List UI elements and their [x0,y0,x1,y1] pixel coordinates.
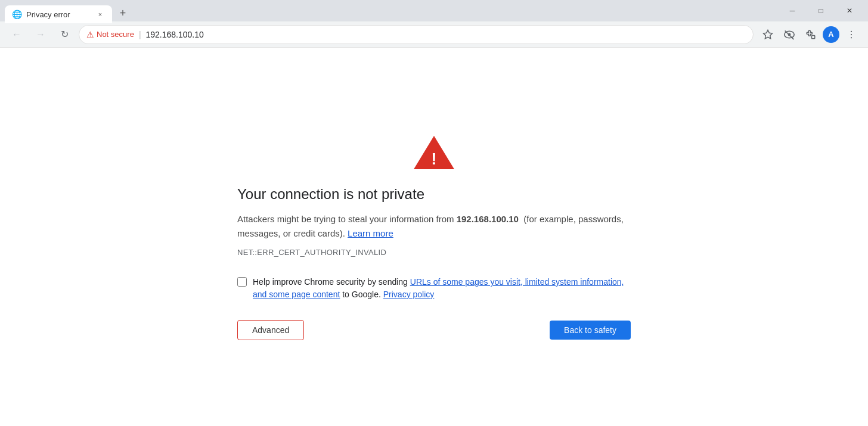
privacy-policy-link[interactable]: Privacy policy [383,290,435,299]
eye-shield-icon [783,29,795,40]
reload-button[interactable]: ↻ [55,25,74,44]
maximize-button[interactable]: □ [807,1,835,20]
title-bar: 🌐 Privacy error × + ─ □ ✕ [0,0,868,21]
warning-triangle-icon: ⚠ [86,30,94,39]
advanced-button[interactable]: Advanced [237,320,304,340]
minimize-button[interactable]: ─ [779,1,806,20]
toolbar-right: A [758,25,861,44]
tab-strip: 🌐 Privacy error × + [5,0,779,21]
description-prefix: Attackers might be trying to steal your … [237,214,457,224]
tab-label: Privacy error [26,10,91,19]
checkbox-prefix: Help improve Chrome security by sending [253,277,410,287]
active-tab[interactable]: 🌐 Privacy error × [5,5,112,23]
reload-icon: ↻ [61,29,69,40]
forward-icon: → [36,29,45,40]
svg-point-5 [851,30,852,32]
learn-more-link[interactable]: Learn more [348,228,393,238]
error-code: NET::ERR_CERT_AUTHORITY_INVALID [237,248,386,257]
page-content: ! Your connection is not private Attacke… [0,48,868,426]
star-icon [762,29,773,40]
back-button[interactable]: ← [7,25,26,44]
security-warning: ⚠ Not secure [86,30,134,39]
error-description: Attackers might be trying to steal your … [237,212,631,241]
extensions-button[interactable] [801,25,820,44]
menu-button[interactable] [842,25,861,44]
window-controls: ─ □ ✕ [779,1,863,20]
profile-initial: A [828,30,833,39]
svg-marker-0 [764,30,773,38]
close-button[interactable]: ✕ [836,1,863,20]
tab-favicon-icon: 🌐 [12,10,21,19]
domain-name: 192.168.100.10 [457,214,519,224]
back-to-safety-button[interactable]: Back to safety [550,321,631,340]
button-row: Advanced Back to safety [237,320,631,340]
checkbox-text: Help improve Chrome security by sending … [253,276,631,301]
tab-close-button[interactable]: × [95,10,105,19]
error-title: Your connection is not private [237,186,424,203]
puzzle-icon [805,29,816,40]
svg-rect-4 [812,35,815,38]
bookmark-button[interactable] [758,25,777,44]
error-container: ! Your connection is not private Attacke… [225,122,643,352]
security-warning-text: Not secure [97,30,134,39]
svg-point-6 [851,33,852,35]
svg-text:!: ! [431,150,436,168]
new-tab-button[interactable]: + [114,5,131,21]
back-icon: ← [12,29,21,40]
help-improve-row: Help improve Chrome security by sending … [237,276,631,301]
url-divider: | [139,30,141,39]
warning-triangle-icon: ! [413,133,455,172]
tracking-protection-button[interactable] [780,25,799,44]
address-bar[interactable]: ⚠ Not secure | 192.168.100.10 [79,25,754,44]
url-display: 192.168.100.10 [146,30,204,39]
forward-button[interactable]: → [31,25,50,44]
help-improve-checkbox[interactable] [237,277,247,287]
svg-point-7 [851,37,852,38]
toolbar: ← → ↻ ⚠ Not secure | 192.168.100.10 [0,21,868,48]
profile-button[interactable]: A [823,26,839,43]
browser-frame: 🌐 Privacy error × + ─ □ ✕ ← → ↻ ⚠ Not se… [0,0,868,426]
more-menu-icon [846,29,857,40]
checkbox-mid: to Google. [340,290,383,299]
